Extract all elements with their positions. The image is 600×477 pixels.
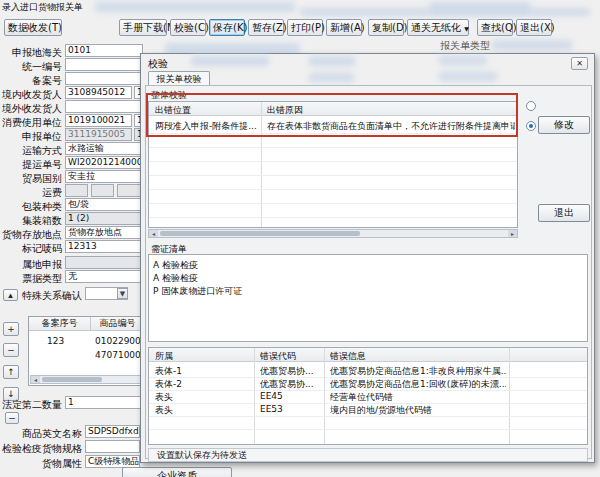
freight-field-2[interactable] (91, 184, 114, 197)
chevron-down-icon[interactable]: ▼ (117, 288, 128, 299)
field-label: 票据类型 (0, 272, 62, 286)
collapse-button[interactable]: ▴ (3, 289, 18, 301)
freight-field-1[interactable] (65, 184, 88, 197)
transport-mode-field[interactable]: 水路运输 (65, 142, 143, 155)
result-cell[interactable]: EE45 (260, 391, 320, 401)
field-label: 贸易国别 (0, 172, 62, 186)
trade-country-field[interactable]: 安圭拉 (65, 170, 143, 183)
container-count-field: 1 (2) (65, 212, 143, 225)
document-type-field[interactable]: 无 (65, 270, 143, 283)
dialog-exit-button[interactable]: 退出 (538, 204, 590, 222)
storage-location-field[interactable]: 货物存放地点 (65, 226, 143, 239)
window-title: 录入进口货物报关单 (2, 1, 83, 14)
paperless-dropdown-button[interactable]: 通关无纸化 ▼ (407, 19, 469, 36)
en-name-field[interactable]: SDPSDdfxd12 (85, 425, 140, 438)
grid-horizontal-scrollbar[interactable]: ◂ (30, 375, 142, 384)
redacted-area (492, 40, 572, 50)
new-button[interactable]: 新增(A) (326, 19, 362, 36)
overseas-consignor-field[interactable] (65, 100, 143, 113)
marks-numbers-field[interactable]: 12313 (65, 240, 143, 253)
scroll-right-icon[interactable]: ▸ (508, 230, 517, 237)
remove-row-button[interactable]: − (3, 343, 19, 357)
cert-item[interactable]: P 固体废物进口许可证 (153, 285, 242, 298)
collapse-lower-button[interactable]: − (5, 412, 19, 424)
bill-of-lading-field[interactable]: WI2020121400001 (65, 156, 143, 169)
grid-cell[interactable]: 47071000 (95, 350, 141, 360)
field-label: 运费 (0, 186, 62, 200)
scroll-left-icon[interactable]: ◂ (31, 376, 40, 383)
redacted-area (309, 56, 355, 66)
radio-dot (529, 124, 533, 128)
dialog-status-bar: 设置默认保存为待发送 (148, 448, 588, 462)
cert-item[interactable]: A 检验检疫 (153, 259, 198, 272)
error-highlight-box (146, 93, 518, 137)
record-no-field[interactable] (65, 72, 143, 85)
goods-grid[interactable]: 备案序号 商品编号 123 01022900 47071000 ◂ (28, 316, 144, 386)
col-belongs[interactable]: 所属 (155, 350, 250, 363)
print-button[interactable]: 打印(P) (287, 19, 323, 36)
cert-item[interactable]: A 检验检疫 (153, 272, 198, 285)
field-label: 境内收发货人 (0, 88, 62, 102)
declaration-type-label: 报关单类型 (440, 39, 490, 53)
add-row-button[interactable]: + (3, 322, 19, 336)
customs-district-field[interactable]: 0101 (65, 44, 143, 57)
grid-cell[interactable]: 01022900 (95, 336, 141, 346)
copy-button[interactable]: 复制(D) (368, 19, 404, 36)
field-label: 集装箱数 (0, 214, 62, 228)
result-cell[interactable]: EE53 (260, 404, 320, 414)
scrollbar-thumb[interactable] (160, 231, 360, 236)
paperless-label: 通关无纸化 (411, 22, 461, 33)
consumption-unit-field[interactable]: 1019100021 (65, 114, 132, 127)
declaring-unit-field: 3111915005 (65, 128, 132, 141)
save-button[interactable]: 保存(K) (209, 19, 245, 36)
ciq-spec-label: 检验检疫货物规格 (0, 442, 82, 456)
local-declaration-field (65, 256, 143, 269)
col-error-code[interactable]: 错误代码 (260, 350, 320, 363)
manual-download-button[interactable]: 手册下载(M) (119, 19, 167, 36)
field-label: 统一编号 (0, 60, 62, 74)
option-radio-selected[interactable] (526, 121, 536, 131)
declaration-entry-window: 录入进口货物报关单 数据收发(T) 手册下载(M) 校验(C) 保存(K) 暂存… (0, 0, 600, 477)
grid-header-record-seq[interactable]: 备案序号 (29, 317, 91, 331)
exit-button[interactable]: 退出(X) (516, 19, 552, 36)
close-icon[interactable]: ✕ (571, 57, 588, 70)
chevron-down-icon: ▼ (464, 25, 469, 32)
tab-declaration-validation[interactable]: 报关单校验 (148, 71, 210, 86)
temp-save-button[interactable]: 暂存(Z) (248, 19, 284, 36)
field-label: 备案号 (0, 74, 62, 88)
option-radio-unselected[interactable] (526, 101, 536, 111)
validate-button[interactable]: 校验(C) (170, 19, 206, 36)
find-button[interactable]: 查找(Q) (477, 19, 513, 36)
unified-no-field[interactable] (65, 58, 143, 71)
field-label: 包装种类 (0, 200, 62, 214)
enterprise-qualification-button[interactable]: 企业资质 (122, 467, 232, 477)
result-table[interactable]: 所属 错误代码 错误信息 表体-1 优惠贸易协... 优惠贸易协定商品信息1:非… (148, 347, 588, 445)
modify-button[interactable]: 修改 (538, 116, 590, 134)
redacted-area (439, 72, 497, 81)
redacted-area (191, 56, 269, 66)
ciq-spec-field[interactable] (85, 440, 140, 453)
cert-listbox[interactable]: A 检验检疫 A 检验检疫 P 固体废物进口许可证 (148, 254, 588, 342)
scrollbar-thumb[interactable] (42, 377, 102, 382)
grid-cell[interactable]: 123 (47, 336, 64, 346)
field-label: 消费使用单位 (0, 116, 62, 130)
redacted-area (439, 56, 487, 65)
field-label: 申报单位 (0, 130, 62, 144)
field-label: 货物存放地点 (0, 228, 62, 242)
error-table-scrollbar[interactable]: ◂ ▸ (148, 229, 518, 238)
scroll-left-icon[interactable]: ◂ (149, 230, 158, 237)
second-qty-field[interactable]: 1 (65, 396, 143, 409)
dialog-title: 校验 (148, 57, 168, 71)
second-qty-label: 法定第二数量 (0, 398, 62, 412)
data-send-button[interactable]: 数据收发(T) (4, 19, 62, 36)
grid-header-hs-code[interactable]: 商品编号 (91, 317, 144, 331)
packing-type-field[interactable]: 包/袋 (65, 198, 143, 211)
goods-attr-label: 货物属性 (0, 457, 82, 471)
field-label: 提运单号 (0, 158, 62, 172)
field-label: 属地申报 (0, 258, 62, 272)
col-error-message[interactable]: 错误信息 (330, 350, 500, 363)
domestic-consignee-field[interactable]: 3108945012 (65, 86, 132, 99)
redacted-area (95, 2, 295, 12)
field-label: 境外收发货人 (0, 102, 62, 116)
move-up-button[interactable]: ↑ (3, 365, 19, 379)
